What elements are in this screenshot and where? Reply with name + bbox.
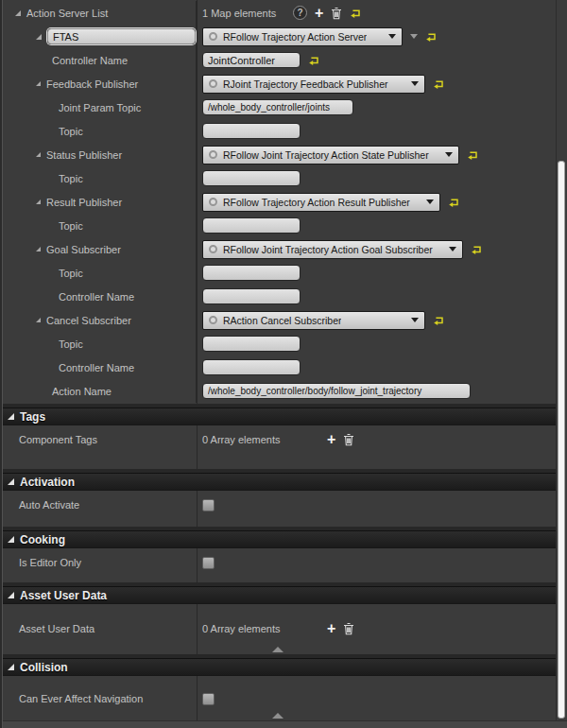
table-row: Controller Name	[0, 355, 556, 379]
category-title: Asset User Data	[20, 589, 107, 602]
table-row: Component Tags 0 Array elements +	[0, 427, 556, 452]
table-row: Auto Activate	[0, 493, 556, 517]
controller-name-input[interactable]	[202, 359, 301, 375]
table-row: Action Server List 1 Map elements ? +	[0, 1, 556, 25]
expander-icon[interactable]	[36, 34, 42, 40]
expand-area-handle[interactable]	[0, 647, 556, 652]
result-publisher-dropdown[interactable]: RFollow Trajectory Action Result Publish…	[202, 193, 440, 212]
add-element-icon[interactable]: +	[315, 7, 323, 20]
activation-body: Auto Activate	[0, 491, 556, 527]
map-key-input[interactable]	[47, 28, 196, 44]
is-editor-only-checkbox[interactable]	[202, 557, 215, 569]
expander-icon	[8, 664, 14, 670]
category-header-activation[interactable]: Activation	[0, 473, 556, 491]
action-name-input[interactable]	[202, 383, 471, 399]
expander-icon[interactable]	[15, 10, 21, 16]
column-divider	[197, 0, 198, 404]
property-label: Auto Activate	[19, 499, 79, 511]
revert-icon[interactable]	[471, 244, 482, 255]
category-title: Collision	[20, 661, 68, 674]
expander-icon[interactable]	[36, 81, 41, 86]
column-divider	[197, 425, 198, 469]
delete-elements-icon[interactable]	[331, 7, 342, 20]
property-label: Topic	[59, 268, 83, 279]
table-row: Topic	[0, 261, 556, 285]
table-row: Cancel Subscriber RAction Cancel Subscri…	[0, 308, 556, 332]
table-row: Status Publisher RFollow Joint Trajector…	[0, 143, 556, 166]
table-row: RFollow Trajectory Action Server	[0, 25, 556, 48]
dropdown-value: RFollow Trajectory Action Result Publish…	[223, 197, 410, 208]
add-element-icon[interactable]: +	[327, 622, 335, 635]
table-row: Topic	[0, 166, 556, 190]
controller-name-input[interactable]	[202, 288, 301, 304]
category-header-cooking[interactable]: Cooking	[0, 530, 556, 548]
delete-elements-icon[interactable]	[343, 433, 354, 446]
column-divider	[197, 491, 198, 527]
property-label: Action Name	[52, 386, 112, 397]
property-label: Controller Name	[59, 362, 134, 373]
property-label: Can Ever Affect Navigation	[19, 693, 143, 704]
add-element-icon[interactable]: +	[327, 433, 335, 446]
category-header-collision[interactable]: Collision	[0, 658, 556, 676]
category-header-tags[interactable]: Tags	[0, 407, 556, 425]
table-row: Topic	[0, 332, 556, 355]
joint-param-topic-input[interactable]	[202, 99, 353, 115]
object-circle-icon	[209, 198, 217, 206]
revert-icon[interactable]	[433, 78, 444, 90]
dropdown-value: RFollow Joint Trajectory Action Goal Sub…	[223, 244, 433, 255]
expander-icon[interactable]	[36, 247, 41, 251]
scrollbar-track[interactable]	[556, 0, 557, 728]
chevron-down-icon	[445, 152, 453, 157]
extra-dropdown-icon[interactable]	[410, 34, 418, 39]
table-row: Is Editor Only	[0, 550, 556, 575]
category-header-asset-user-data[interactable]: Asset User Data	[0, 586, 556, 604]
table-row: Topic	[0, 214, 556, 237]
category-title: Cooking	[20, 533, 65, 546]
expander-icon[interactable]	[36, 199, 41, 204]
table-row: Controller Name	[0, 285, 556, 308]
dropdown-value: RFollow Joint Trajectory Action State Pu…	[223, 149, 429, 161]
cancel-subscriber-dropdown[interactable]: RAction Cancel Subscriber	[202, 311, 425, 330]
expand-area-handle[interactable]	[0, 713, 556, 719]
dropdown-value: RFollow Trajectory Action Server	[223, 31, 367, 43]
property-label: Topic	[59, 338, 83, 350]
feedback-publisher-dropdown[interactable]: RJoint Trajectory Feedback Publisher	[202, 75, 425, 94]
revert-icon[interactable]	[308, 55, 319, 66]
cooking-body: Is Editor Only	[0, 548, 556, 582]
expander-icon[interactable]	[36, 318, 41, 322]
property-label: Component Tags	[19, 434, 97, 445]
table-row: Goal Subscriber RFollow Joint Trajectory…	[0, 237, 556, 261]
goal-subscriber-dropdown[interactable]: RFollow Joint Trajectory Action Goal Sub…	[202, 240, 463, 259]
topic-input[interactable]	[202, 170, 301, 186]
topic-input[interactable]	[202, 217, 301, 234]
help-icon[interactable]: ?	[293, 6, 307, 20]
status-publisher-dropdown[interactable]: RFollow Joint Trajectory Action State Pu…	[202, 146, 459, 165]
revert-icon[interactable]	[448, 197, 459, 208]
collision-body: Can Ever Affect Navigation	[0, 676, 556, 720]
property-label: Controller Name	[52, 55, 128, 66]
property-label: Cancel Subscriber	[46, 315, 131, 326]
dropdown-value: RAction Cancel Subscriber	[223, 315, 341, 326]
details-content: Action Server List 1 Map elements ? +	[0, 0, 556, 720]
revert-icon[interactable]	[433, 315, 444, 326]
property-label: Topic	[59, 126, 83, 137]
chevron-down-icon	[388, 34, 396, 39]
topic-input[interactable]	[202, 265, 301, 281]
action-server-class-dropdown[interactable]: RFollow Trajectory Action Server	[202, 27, 403, 46]
auto-activate-checkbox[interactable]	[202, 499, 215, 511]
scrollbar-thumb[interactable]	[558, 161, 565, 719]
delete-elements-icon[interactable]	[343, 622, 354, 635]
revert-icon[interactable]	[425, 31, 437, 43]
panel-left-border	[2, 0, 3, 728]
topic-input[interactable]	[202, 336, 301, 352]
can-ever-affect-navigation-checkbox[interactable]	[202, 693, 215, 705]
controller-name-input[interactable]	[202, 52, 301, 68]
property-label: Controller Name	[59, 291, 134, 303]
expander-icon[interactable]	[36, 152, 41, 157]
category-title: Activation	[20, 476, 75, 489]
panel-bottom-strip	[0, 720, 567, 728]
topic-input[interactable]	[202, 123, 301, 139]
revert-icon[interactable]	[467, 149, 478, 161]
array-elements-count: 0 Array elements	[202, 623, 293, 634]
revert-icon[interactable]	[350, 8, 361, 19]
